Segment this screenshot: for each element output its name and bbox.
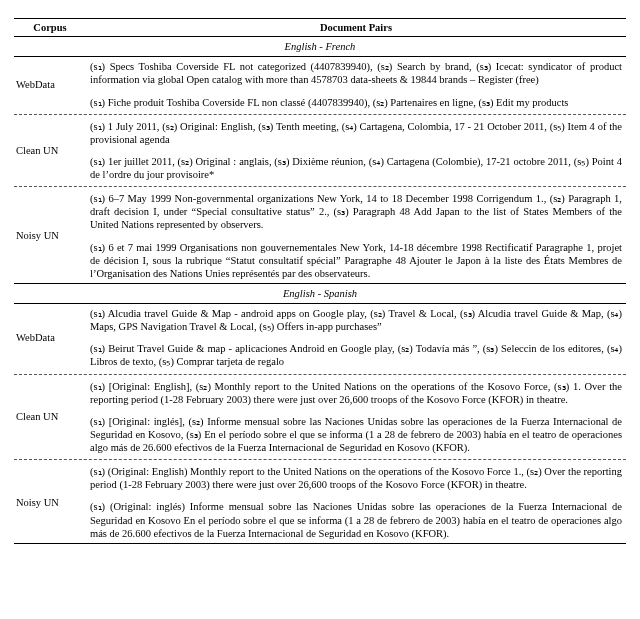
doc-source: (s₁) Specs Toshiba Coverside FL not cate… [86,57,626,90]
doc-source: (s₁) (Original: English) Monthly report … [86,462,626,494]
row-divider [14,114,626,115]
row-divider [14,186,626,187]
lang-en-fr: English - French [14,37,626,57]
lang-en-es: English - Spanish [14,283,626,303]
corpus-label: Noisy UN [14,462,86,543]
doc-target: (s₁) [Original: inglés], (s₂) Informe me… [86,412,626,457]
row-divider [14,374,626,375]
corpus-label: WebData [14,304,86,372]
doc-target: (s₁) Fiche produit Toshiba Coverside FL … [86,93,626,112]
doc-source: (s₁) Alcudia travel Guide & Map - androi… [86,304,626,337]
header-docpairs: Document Pairs [86,19,626,37]
document-pairs-table: Corpus Document Pairs English - French W… [14,18,626,544]
doc-source: (s₁) 1 July 2011, (s₂) Original: English… [86,117,626,149]
doc-source: (s₁) [Original: English], (s₂) Monthly r… [86,377,626,409]
doc-target: (s₁) 6 et 7 mai 1999 Organisations non g… [86,238,626,284]
row-divider [14,459,626,460]
doc-target: (s₁) 1er juillet 2011, (s₂) Original : a… [86,152,626,184]
corpus-label: Clean UN [14,117,86,185]
header-corpus: Corpus [14,19,86,37]
corpus-label: Noisy UN [14,189,86,283]
corpus-label: Clean UN [14,377,86,458]
doc-source: (s₁) 6–7 May 1999 Non-governmental organ… [86,189,626,234]
doc-target: (s₁) Beirut Travel Guide & map - aplicac… [86,339,626,371]
doc-target: (s₁) (Original: inglés) Informe mensual … [86,497,626,543]
corpus-label: WebData [14,57,86,112]
